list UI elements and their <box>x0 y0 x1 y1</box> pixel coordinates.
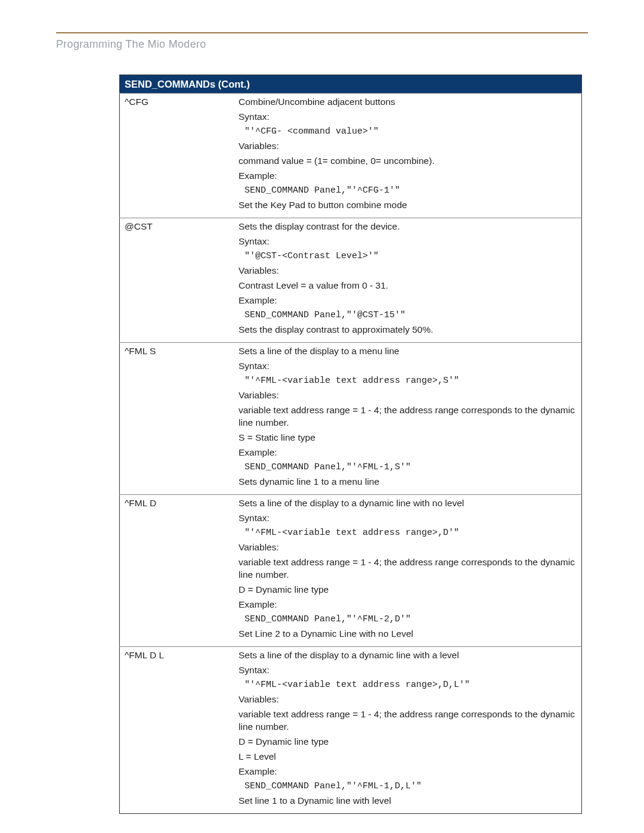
command-code-line: SEND_COMMAND Panel,"'^FML-1,D,L'" <box>239 781 577 792</box>
command-text-line: Sets a line of the display to a dynamic … <box>239 497 577 510</box>
command-name-cell: ^FML D L <box>120 647 234 814</box>
command-code-line: "'^FML-<variable text address range>,D,L… <box>239 679 577 691</box>
send-commands-table: SEND_COMMANDs (Cont.) ^CFGCombine/Uncomb… <box>119 75 582 814</box>
table-row: @CSTSets the display contrast for the de… <box>120 218 582 343</box>
table-header-row: SEND_COMMANDs (Cont.) <box>120 75 582 94</box>
command-description-cell: Sets the display contrast for the device… <box>234 218 582 343</box>
command-code-line: SEND_COMMAND Panel,"'^FML-2,D'" <box>239 614 577 625</box>
command-code-line: "'^FML-<variable text address range>,D'" <box>239 527 577 539</box>
table-row: ^FML D LSets a line of the display to a … <box>120 647 582 814</box>
command-code-line: SEND_COMMAND Panel,"'@CST-15'" <box>239 309 577 321</box>
table-row: ^FML DSets a line of the display to a dy… <box>120 495 582 647</box>
command-table-container: SEND_COMMANDs (Cont.) ^CFGCombine/Uncomb… <box>119 75 582 814</box>
command-text-line: Example: <box>239 599 577 611</box>
table-body: ^CFGCombine/Uncombine adjacent buttonsSy… <box>120 94 582 814</box>
command-text-line: Sets the display contrast for the device… <box>239 221 577 233</box>
command-text-line: variable text address range = 1 - 4; the… <box>239 708 577 733</box>
command-name-cell: ^CFG <box>120 94 234 218</box>
command-text-line: Set line 1 to a Dynamic line with level <box>239 795 577 807</box>
command-text-line: Example: <box>239 766 577 778</box>
command-text-line: Example: <box>239 447 577 459</box>
command-text-line: L = Level <box>239 751 577 763</box>
command-text-line: Variables: <box>239 541 577 554</box>
command-text-line: Variables: <box>239 389 577 402</box>
top-horizontal-rule <box>56 32 588 33</box>
command-text-line: command value = (1= combine, 0= uncombin… <box>239 155 577 168</box>
command-code-line: SEND_COMMAND Panel,"'^FML-1,S'" <box>239 462 577 473</box>
command-name-cell: @CST <box>120 218 234 343</box>
command-text-line: Combine/Uncombine adjacent buttons <box>239 96 577 109</box>
command-code-line: "'@CST-<Contrast Level>'" <box>239 250 577 262</box>
command-text-line: D = Dynamic line type <box>239 584 577 596</box>
command-code-line: "'^FML-<variable text address range>,S'" <box>239 375 577 387</box>
command-text-line: Example: <box>239 295 577 307</box>
command-text-line: Set Line 2 to a Dynamic Line with no Lev… <box>239 628 577 640</box>
command-text-line: S = Static line type <box>239 432 577 444</box>
command-code-line: SEND_COMMAND Panel,"'^CFG-1'" <box>239 185 577 197</box>
command-text-line: Syntax: <box>239 512 577 525</box>
command-text-line: variable text address range = 1 - 4; the… <box>239 404 577 429</box>
section-title: Programming The Mio Modero <box>56 38 588 51</box>
command-text-line: D = Dynamic line type <box>239 736 577 748</box>
command-description-cell: Combine/Uncombine adjacent buttonsSyntax… <box>234 94 582 218</box>
command-text-line: Contrast Level = a value from 0 - 31. <box>239 280 577 292</box>
command-text-line: variable text address range = 1 - 4; the… <box>239 556 577 581</box>
table-header: SEND_COMMANDs (Cont.) <box>120 75 582 94</box>
command-text-line: Sets a line of the display to a dynamic … <box>239 649 577 662</box>
command-text-line: Variables: <box>239 140 577 153</box>
table-row: ^FML SSets a line of the display to a me… <box>120 343 582 495</box>
command-description-cell: Sets a line of the display to a dynamic … <box>234 495 582 647</box>
command-text-line: Variables: <box>239 693 577 706</box>
command-name-cell: ^FML D <box>120 495 234 647</box>
command-text-line: Syntax: <box>239 111 577 123</box>
command-description-cell: Sets a line of the display to a menu lin… <box>234 343 582 495</box>
command-text-line: Sets dynamic line 1 to a menu line <box>239 476 577 488</box>
command-text-line: Syntax: <box>239 664 577 677</box>
command-description-cell: Sets a line of the display to a dynamic … <box>234 647 582 814</box>
command-name-cell: ^FML S <box>120 343 234 495</box>
command-code-line: "'^CFG- <command value>'" <box>239 126 577 138</box>
command-text-line: Set the Key Pad to button combine mode <box>239 199 577 212</box>
document-page: Programming The Mio Modero SEND_COMMANDs… <box>0 32 644 833</box>
command-text-line: Sets a line of the display to a menu lin… <box>239 345 577 358</box>
command-text-line: Variables: <box>239 265 577 277</box>
command-text-line: Example: <box>239 170 577 182</box>
command-text-line: Syntax: <box>239 236 577 248</box>
table-row: ^CFGCombine/Uncombine adjacent buttonsSy… <box>120 94 582 218</box>
command-text-line: Syntax: <box>239 360 577 373</box>
command-text-line: Sets the display contrast to approximate… <box>239 324 577 336</box>
